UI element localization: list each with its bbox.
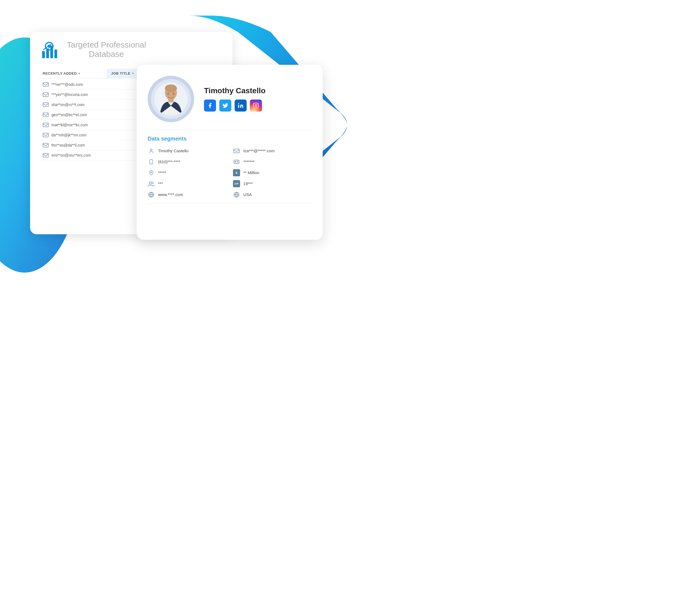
svg-point-33 xyxy=(149,182,151,184)
twitter-icon[interactable] xyxy=(219,100,231,112)
email-icon xyxy=(233,147,240,154)
envelope-icon xyxy=(43,123,49,127)
data-item-country: USA xyxy=(233,191,312,198)
svg-rect-15 xyxy=(43,143,48,147)
country-icon xyxy=(233,191,240,198)
db-logo-icon xyxy=(38,40,60,62)
data-item-id: ******* xyxy=(233,158,312,165)
svg-rect-14 xyxy=(43,133,48,137)
avatar-person-svg xyxy=(157,84,185,114)
envelope-icon xyxy=(43,82,49,87)
dollar-icon: $ xyxy=(233,169,240,176)
db-panel-header: Targeted ProfessionalDatabase xyxy=(38,40,224,62)
email-address: ***yer**@incorta.com xyxy=(51,92,88,97)
svg-rect-6 xyxy=(54,49,57,58)
social-icons xyxy=(204,100,265,112)
envelope-icon xyxy=(43,153,49,158)
website-value: www.****.com xyxy=(158,192,183,197)
envelope-icon xyxy=(43,92,49,97)
email-address: da**mh@jk**rm.com xyxy=(51,133,86,137)
svg-rect-3 xyxy=(42,51,45,58)
envelope-icon xyxy=(43,143,49,147)
email-address: tho**as@da**il.com xyxy=(51,143,85,147)
location-value: ***** xyxy=(158,170,166,175)
data-segments-title: Data segments xyxy=(148,136,312,142)
scene: Targeted ProfessionalDatabase RECENTLY A… xyxy=(25,10,325,297)
svg-point-32 xyxy=(151,172,152,173)
profile-top: Timothy Castello xyxy=(148,76,312,122)
profile-name: Timothy Castello xyxy=(204,86,265,95)
svg-rect-12 xyxy=(43,113,48,116)
svg-rect-24 xyxy=(253,103,259,108)
envelope-icon xyxy=(43,133,49,137)
svg-point-21 xyxy=(173,92,175,95)
bottom-divider xyxy=(148,204,312,204)
svg-rect-27 xyxy=(234,149,239,152)
employees-value: *** xyxy=(158,181,163,186)
svg-rect-5 xyxy=(50,46,53,58)
data-item-website: www.****.com xyxy=(148,191,226,198)
email-value: tca***@*****.com xyxy=(243,148,275,153)
svg-point-23 xyxy=(238,103,239,104)
person-icon xyxy=(148,147,155,154)
data-item-zip: ZIP 19*** xyxy=(233,180,312,187)
svg-rect-30 xyxy=(234,160,239,163)
envelope-icon xyxy=(43,113,49,117)
data-grid: Timothy Castello tca***@*****.com (610)*… xyxy=(148,147,312,198)
id-icon xyxy=(233,158,240,165)
name-value: Timothy Castello xyxy=(158,148,188,153)
profile-card: Timothy Castello Da xyxy=(137,65,323,240)
svg-point-20 xyxy=(167,92,169,95)
data-item-email: tca***@*****.com xyxy=(233,147,312,154)
svg-rect-11 xyxy=(43,102,48,106)
svg-point-26 xyxy=(150,149,152,151)
data-item-name: Timothy Castello xyxy=(148,147,226,154)
revenue-value: ** Million xyxy=(243,170,259,175)
svg-rect-10 xyxy=(43,92,48,96)
email-address: ***ne***@ods.com xyxy=(51,82,83,87)
phone-value: (610)***-**** xyxy=(158,159,180,164)
avatar-ring-inner xyxy=(154,82,188,116)
facebook-icon[interactable] xyxy=(204,100,216,112)
svg-rect-4 xyxy=(46,48,49,58)
email-address: mat**kl@me**kc.com xyxy=(51,123,88,127)
email-address: sha**on@ro**t.com xyxy=(51,102,85,107)
svg-point-31 xyxy=(235,161,236,162)
svg-rect-28 xyxy=(150,159,153,164)
chevron-recently-added: ▾ xyxy=(78,72,80,75)
svg-rect-13 xyxy=(43,123,48,127)
location-icon xyxy=(148,169,155,176)
globe-icon xyxy=(148,191,155,198)
db-title: Targeted ProfessionalDatabase xyxy=(67,40,146,59)
id-value: ******* xyxy=(243,159,254,164)
svg-rect-22 xyxy=(238,105,239,108)
zip-icon: ZIP xyxy=(233,180,240,187)
svg-point-18 xyxy=(165,85,177,92)
data-item-phone: (610)***-**** xyxy=(148,158,226,165)
data-item-employees: *** xyxy=(148,180,226,187)
linkedin-icon[interactable] xyxy=(235,100,247,112)
chevron-job-title: ▾ xyxy=(132,72,134,75)
svg-rect-16 xyxy=(43,153,48,157)
instagram-icon[interactable] xyxy=(250,100,262,112)
avatar-container xyxy=(148,76,194,122)
country-value: USA xyxy=(243,192,252,197)
data-item-location: ***** xyxy=(148,169,226,176)
svg-rect-19 xyxy=(168,99,174,102)
email-address: emi**on@reu**ers.com xyxy=(51,153,91,158)
col-recently-added[interactable]: RECENTLY ADDED ▾ xyxy=(38,68,107,78)
envelope-icon xyxy=(43,102,49,107)
data-item-revenue: $ ** Million xyxy=(233,169,312,176)
zip-value: 19*** xyxy=(243,181,253,186)
phone-icon xyxy=(148,158,155,165)
email-address: geo**sn@bc**el.com xyxy=(51,113,87,117)
group-icon xyxy=(148,180,155,187)
profile-info: Timothy Castello xyxy=(204,86,265,112)
top-divider xyxy=(148,130,312,130)
svg-rect-9 xyxy=(43,82,48,86)
